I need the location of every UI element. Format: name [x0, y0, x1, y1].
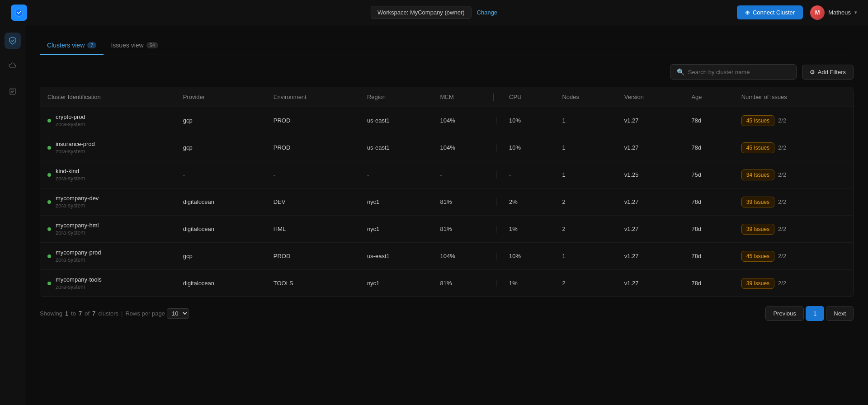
status-dot-2 [47, 173, 51, 177]
rows-per-page-label: Rows per page 10 25 50 [125, 308, 189, 319]
table-row[interactable]: crypto-prod zora-system gcp PROD us-east… [40, 107, 853, 134]
issues-count-1: 2/2 [778, 144, 786, 151]
search-input[interactable] [688, 69, 790, 75]
tab-issues-view[interactable]: Issues view 54 [104, 36, 165, 55]
sidebar-item-docs[interactable] [5, 83, 21, 99]
showing-info: Showing 1 to 7 of 7 clusters | Rows per … [40, 308, 189, 319]
cell-cluster-5: mycompany-prod zora-system [40, 243, 176, 270]
cell-environment-4: HML [266, 216, 360, 243]
showing-prefix: Showing [40, 310, 62, 317]
next-page-button[interactable]: Next [826, 306, 854, 321]
cell-age-6: 78d [684, 270, 734, 297]
cell-cluster-2: kind-kind zora-system [40, 161, 176, 188]
status-dot-1 [47, 146, 51, 150]
issues-badge-6[interactable]: 39 Issues [741, 278, 774, 289]
issues-badge-5[interactable]: 45 Issues [741, 251, 774, 262]
previous-page-button[interactable]: Previous [765, 306, 804, 321]
cluster-ns-2: zora-system [56, 175, 85, 182]
topbar-right: ⊕ Connect Cluster M Matheus ▾ [737, 5, 857, 20]
cell-mem-4: 81% [433, 216, 491, 243]
col-header-environment: Environment [266, 87, 360, 107]
col-header-cluster: Cluster Identification [40, 87, 176, 107]
sidebar-item-security[interactable] [5, 33, 21, 49]
page-to: 7 [79, 310, 82, 317]
cell-cpu-0: 10% [502, 107, 555, 134]
change-workspace-button[interactable]: Change [477, 9, 498, 16]
topbar: Workspace: MyCompany (owner) Change ⊕ Co… [0, 0, 868, 25]
cluster-name-4: mycompany-hml [56, 222, 99, 229]
add-filters-button[interactable]: ⚙ Add Filters [802, 65, 854, 80]
cell-cluster-4: mycompany-hml zora-system [40, 216, 176, 243]
chevron-down-icon: ▾ [854, 9, 857, 15]
table-row[interactable]: mycompany-prod zora-system gcp PROD us-e… [40, 243, 853, 270]
issues-count-5: 2/2 [778, 253, 786, 259]
cluster-name-2: kind-kind [56, 168, 85, 174]
table-row[interactable]: mycompany-tools zora-system digitalocean… [40, 270, 853, 297]
cell-divider-3: │ [491, 188, 502, 216]
rows-per-page-select[interactable]: 10 25 50 [167, 308, 189, 319]
table-row[interactable]: mycompany-hml zora-system digitalocean H… [40, 216, 853, 243]
workspace-badge: Workspace: MyCompany (owner) [371, 6, 472, 19]
cell-cpu-1: 10% [502, 134, 555, 161]
cell-mem-1: 104% [433, 134, 491, 161]
cluster-name-6: mycompany-tools [56, 276, 102, 283]
cell-divider-2: │ [491, 161, 502, 188]
cell-mem-3: 81% [433, 188, 491, 216]
cell-nodes-5: 1 [555, 243, 617, 270]
cell-environment-2: - [266, 161, 360, 188]
table-row[interactable]: kind-kind zora-system - - - - │ - 1 v1.2… [40, 161, 853, 188]
main-layout: Clusters view 7 Issues view 54 🔍 ⚙ Add F… [0, 25, 868, 405]
col-header-divider: │ [491, 87, 502, 107]
issues-badge-0[interactable]: 45 Issues [741, 115, 774, 126]
cell-cluster-6: mycompany-tools zora-system [40, 270, 176, 297]
cell-mem-5: 104% [433, 243, 491, 270]
tab-clusters-view[interactable]: Clusters view 7 [40, 36, 104, 55]
workspace-section: Workspace: MyCompany (owner) Change [371, 6, 497, 19]
col-header-age: Age [684, 87, 734, 107]
issues-count-3: 2/2 [778, 198, 786, 205]
issues-badge-2[interactable]: 34 Issues [741, 170, 774, 180]
cell-provider-4: digitalocean [176, 216, 266, 243]
cell-version-0: v1.27 [617, 107, 684, 134]
page-from: 1 [65, 310, 68, 317]
cell-issues-6: 39 Issues 2/2 [734, 270, 853, 297]
cell-nodes-4: 2 [555, 216, 617, 243]
sidebar-item-cloud[interactable] [5, 58, 21, 74]
cell-provider-5: gcp [176, 243, 266, 270]
username-label: Matheus [828, 9, 851, 16]
table-header-row: Cluster Identification Provider Environm… [40, 87, 853, 107]
cluster-ns-1: zora-system [56, 148, 95, 155]
cell-age-5: 78d [684, 243, 734, 270]
issues-badge-1[interactable]: 45 Issues [741, 142, 774, 153]
avatar: M [810, 5, 825, 20]
table-row[interactable]: mycompany-dev zora-system digitalocean D… [40, 188, 853, 216]
user-menu[interactable]: M Matheus ▾ [810, 5, 857, 20]
status-dot-3 [47, 200, 51, 204]
search-box[interactable]: 🔍 [670, 64, 797, 80]
cell-version-6: v1.27 [617, 270, 684, 297]
cell-nodes-0: 1 [555, 107, 617, 134]
cell-provider-2: - [176, 161, 266, 188]
plus-icon: ⊕ [745, 9, 750, 16]
issues-count-6: 2/2 [778, 280, 786, 287]
cell-cluster-1: insurance-prod zora-system [40, 134, 176, 161]
cell-issues-3: 39 Issues 2/2 [734, 188, 853, 216]
col-header-region: Region [360, 87, 433, 107]
cell-nodes-3: 2 [555, 188, 617, 216]
cell-region-6: nyc1 [360, 270, 433, 297]
page-1-button[interactable]: 1 [806, 306, 824, 321]
cell-issues-2: 34 Issues 2/2 [734, 161, 853, 188]
app-logo [11, 5, 27, 21]
cell-divider-6: │ [491, 270, 502, 297]
cell-divider-5: │ [491, 243, 502, 270]
status-dot-6 [47, 282, 51, 285]
main-content: Clusters view 7 Issues view 54 🔍 ⚙ Add F… [25, 25, 868, 405]
table-row[interactable]: insurance-prod zora-system gcp PROD us-e… [40, 134, 853, 161]
cluster-name-5: mycompany-prod [56, 249, 101, 256]
cell-version-5: v1.27 [617, 243, 684, 270]
issues-badge-4[interactable]: 39 Issues [741, 224, 774, 235]
connect-cluster-button[interactable]: ⊕ Connect Cluster [737, 5, 803, 19]
issues-count-2: 2/2 [778, 171, 786, 178]
clusters-word: clusters [98, 310, 118, 317]
issues-badge-3[interactable]: 39 Issues [741, 197, 774, 207]
